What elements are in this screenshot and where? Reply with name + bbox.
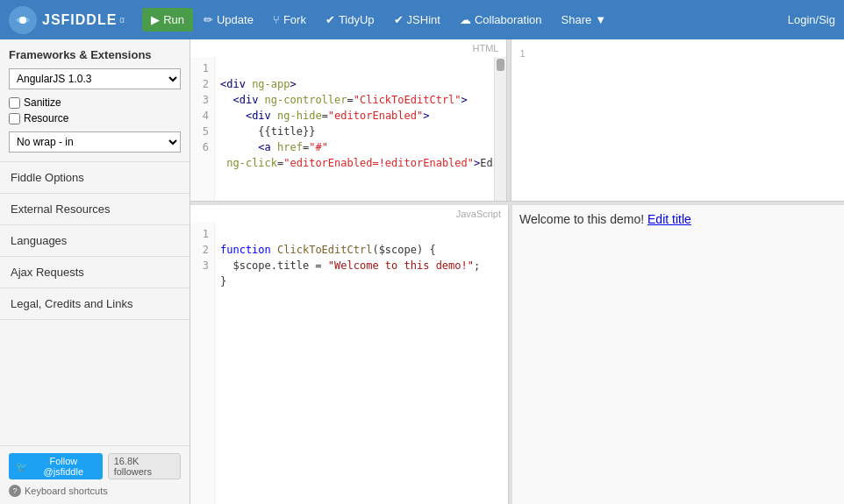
logo-icon bbox=[9, 6, 37, 34]
result-top-placeholder: 1 bbox=[520, 48, 526, 59]
result-top-pane: 1 bbox=[511, 39, 845, 201]
bottom-editors-row: JavaScript 123 function ClickToEditCtrl(… bbox=[190, 205, 844, 504]
resource-label: Resource bbox=[24, 112, 68, 124]
collab-icon: ☁ bbox=[460, 13, 471, 26]
js-line-numbers: 123 bbox=[190, 223, 215, 504]
html-code-display[interactable]: <div ng-app> <div ng-controller="ClickTo… bbox=[215, 57, 494, 201]
update-button[interactable]: ✏ Update bbox=[195, 8, 262, 32]
twitter-follow-row: 🐦 Follow @jsfiddle 16.8K followers bbox=[9, 453, 181, 479]
followers-badge: 16.8K followers bbox=[108, 453, 181, 479]
keyboard-icon: ? bbox=[9, 485, 21, 497]
html-label: HTML bbox=[469, 41, 503, 55]
framework-select[interactable]: AngularJS 1.0.3 bbox=[9, 68, 181, 89]
brand: JSFIDDLE α bbox=[9, 6, 125, 34]
sidebar-item-legal[interactable]: Legal, Credits and Links bbox=[0, 288, 190, 320]
sidebar-item-languages[interactable]: Languages bbox=[0, 225, 190, 257]
sidebar: Frameworks & Extensions AngularJS 1.0.3 … bbox=[0, 39, 190, 504]
sanitize-row: Sanitize bbox=[9, 96, 181, 109]
jshint-button[interactable]: ✔ JSHint bbox=[385, 8, 449, 32]
tidyup-button[interactable]: ✔ TidyUp bbox=[317, 8, 383, 32]
content-area: HTML 123456 <div ng-app> <div ng-control… bbox=[190, 39, 844, 504]
html-scrollbar[interactable] bbox=[494, 57, 506, 201]
resource-checkbox[interactable] bbox=[9, 113, 20, 124]
html-editor-content: 123456 <div ng-app> <div ng-controller="… bbox=[190, 57, 506, 201]
sidebar-item-fiddle-options[interactable]: Fiddle Options bbox=[0, 162, 190, 194]
top-editors-row: HTML 123456 <div ng-app> <div ng-control… bbox=[190, 39, 844, 202]
tidyup-icon: ✔ bbox=[325, 13, 335, 26]
keyboard-shortcuts-link[interactable]: ? Keyboard shortcuts bbox=[9, 485, 181, 497]
html-editor-pane: HTML 123456 <div ng-app> <div ng-control… bbox=[190, 39, 507, 201]
nowrap-select[interactable]: No wrap - in bbox=[9, 131, 181, 153]
frameworks-section: Frameworks & Extensions AngularJS 1.0.3 … bbox=[0, 39, 190, 162]
twitter-follow-button[interactable]: 🐦 Follow @jsfiddle bbox=[9, 453, 103, 479]
main-layout: Frameworks & Extensions AngularJS 1.0.3 … bbox=[0, 39, 844, 504]
navbar: JSFIDDLE α ▶ Run ✏ Update ⑂ Fork ✔ TidyU… bbox=[0, 0, 844, 39]
js-editor-pane: JavaScript 123 function ClickToEditCtrl(… bbox=[190, 205, 509, 504]
sanitize-checkbox[interactable] bbox=[9, 97, 20, 109]
sidebar-item-ajax-requests[interactable]: Ajax Requests bbox=[0, 257, 190, 288]
frameworks-title: Frameworks & Extensions bbox=[9, 48, 181, 61]
brand-alpha: α bbox=[119, 15, 125, 25]
edit-title-link[interactable]: Edit title bbox=[647, 212, 691, 226]
jshint-icon: ✔ bbox=[394, 13, 404, 26]
login-button[interactable]: Login/Sig bbox=[788, 13, 835, 26]
share-dropdown-icon: ▼ bbox=[595, 13, 606, 26]
js-code-display[interactable]: function ClickToEditCtrl($scope) { $scop… bbox=[215, 223, 508, 504]
js-editor-content: 123 function ClickToEditCtrl($scope) { $… bbox=[190, 223, 508, 504]
run-icon: ▶ bbox=[151, 13, 160, 26]
brand-name: JSFIDDLE bbox=[42, 12, 117, 28]
js-editor-header: JavaScript bbox=[190, 205, 508, 223]
run-button[interactable]: ▶ Run bbox=[142, 8, 193, 32]
share-button[interactable]: Share ▼ bbox=[553, 8, 616, 32]
twitter-icon: 🐦 bbox=[16, 461, 28, 472]
html-line-numbers: 123456 bbox=[190, 57, 215, 201]
result-bottom-pane: Welcome to this demo! Edit title bbox=[512, 205, 844, 504]
fork-button[interactable]: ⑂ Fork bbox=[264, 8, 315, 32]
update-icon: ✏ bbox=[204, 13, 213, 26]
resource-row: Resource bbox=[9, 112, 181, 124]
sanitize-label: Sanitize bbox=[24, 96, 61, 109]
fork-icon: ⑂ bbox=[273, 13, 280, 26]
html-editor-header: HTML bbox=[190, 39, 506, 57]
result-output: Welcome to this demo! Edit title bbox=[519, 212, 691, 226]
svg-point-0 bbox=[19, 17, 26, 24]
sidebar-item-external-resources[interactable]: External Resources bbox=[0, 194, 190, 225]
navbar-actions: ▶ Run ✏ Update ⑂ Fork ✔ TidyUp ✔ JSHint … bbox=[142, 8, 788, 32]
js-label: JavaScript bbox=[453, 207, 504, 221]
sidebar-footer: 🐦 Follow @jsfiddle 16.8K followers ? Key… bbox=[0, 445, 190, 504]
collaboration-button[interactable]: ☁ Collaboration bbox=[451, 8, 551, 32]
